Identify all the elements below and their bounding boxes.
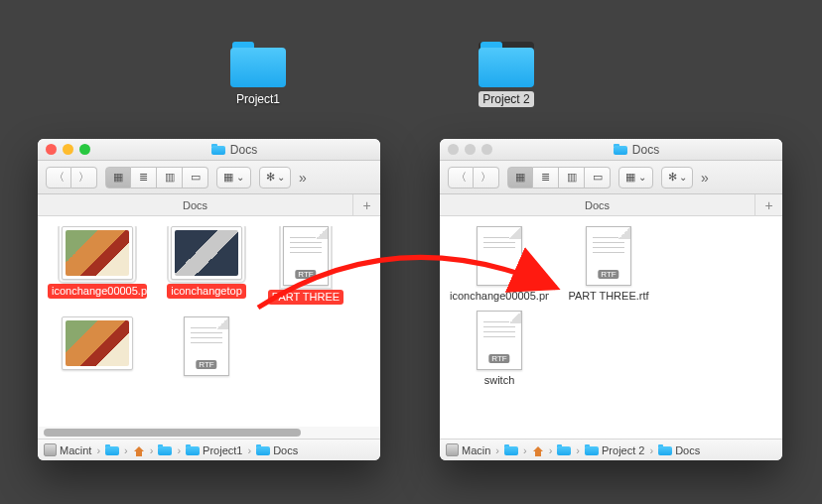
- icon-view-button[interactable]: ▦: [507, 167, 533, 189]
- file-item[interactable]: iconchange00005.png: [450, 226, 549, 303]
- gallery-view-button[interactable]: ▭: [585, 167, 611, 189]
- file-item[interactable]: iconchange00005.png: [48, 226, 147, 305]
- folder-icon: [557, 444, 571, 455]
- arrange-button[interactable]: ▦⌄: [216, 167, 251, 189]
- grid-icon: ▦: [113, 171, 123, 184]
- titlebar[interactable]: Docs: [38, 139, 380, 161]
- back-button[interactable]: 〈: [46, 167, 71, 189]
- list-view-button[interactable]: ≣: [131, 167, 157, 189]
- folder-icon: [256, 444, 270, 455]
- file-browser[interactable]: iconchange00005.png iconchangetop RTF PA…: [38, 216, 380, 439]
- gear-icon: ✻: [668, 171, 677, 184]
- file-label: PART THREE.rtf: [568, 290, 648, 303]
- minimize-icon[interactable]: [63, 144, 73, 155]
- list-view-button[interactable]: ≣: [533, 167, 559, 189]
- chevron-down-icon: ⌄: [277, 172, 285, 183]
- zoom-icon[interactable]: [481, 144, 492, 155]
- file-label: iconchange00005.png: [450, 290, 549, 303]
- chevron-down-icon: ⌄: [638, 172, 646, 183]
- desktop-folder-project2[interactable]: Project 2: [467, 42, 546, 107]
- desktop-folder-project1[interactable]: Project1: [218, 42, 298, 107]
- disk-icon: [44, 443, 57, 456]
- file-item[interactable]: RTF PART THREE: [266, 226, 345, 305]
- document-icon: RTF: [477, 311, 522, 370]
- file-item[interactable]: RTF: [157, 316, 256, 376]
- file-item[interactable]: [48, 316, 147, 376]
- folder-icon: [504, 444, 518, 455]
- new-tab-button[interactable]: +: [754, 194, 782, 215]
- toolbar: 〈 〉 ▦ ≣ ▥ ▭ ▦⌄ ✻⌄ »: [440, 161, 782, 194]
- action-button[interactable]: ✻⌄: [259, 167, 291, 189]
- tab[interactable]: Docs: [440, 199, 754, 211]
- forward-button[interactable]: 〉: [474, 167, 499, 189]
- folder-icon: [230, 42, 286, 87]
- folder-label: Project1: [232, 91, 284, 107]
- chevron-right-icon: 〉: [78, 170, 89, 185]
- image-icon: [66, 230, 129, 276]
- expand-icon[interactable]: »: [299, 170, 307, 186]
- window-title: Docs: [498, 143, 774, 157]
- columns-icon: ▥: [567, 171, 577, 184]
- path-segment[interactable]: Macin›: [446, 443, 501, 456]
- path-segment[interactable]: ›: [133, 444, 156, 456]
- zoom-icon[interactable]: [79, 144, 90, 155]
- folder-icon: [158, 444, 172, 455]
- file-label: switch: [484, 374, 515, 387]
- title-text: Docs: [230, 143, 257, 157]
- grid-icon: ▦: [515, 171, 525, 184]
- minimize-icon[interactable]: [465, 144, 476, 155]
- scrollbar-horizontal[interactable]: [38, 427, 380, 439]
- path-segment[interactable]: ›: [557, 444, 582, 456]
- tab[interactable]: Docs: [38, 199, 352, 211]
- close-icon[interactable]: [46, 144, 57, 155]
- grid-icon: ▦: [625, 171, 635, 184]
- new-tab-button[interactable]: +: [352, 194, 380, 215]
- tab-bar: Docs +: [440, 194, 782, 216]
- path-segment[interactable]: ›: [158, 444, 183, 456]
- titlebar[interactable]: Docs: [440, 139, 782, 161]
- view-switcher: ▦ ≣ ▥ ▭: [105, 167, 208, 189]
- thumbnail: [62, 226, 133, 280]
- scroll-thumb[interactable]: [44, 429, 301, 437]
- file-browser[interactable]: iconchange00005.png RTF PART THREE.rtf R…: [440, 216, 782, 439]
- path-segment[interactable]: ›: [532, 444, 555, 456]
- close-icon[interactable]: [448, 144, 459, 155]
- forward-button[interactable]: 〉: [71, 167, 97, 189]
- gallery-icon: ▭: [593, 171, 603, 184]
- expand-icon[interactable]: »: [701, 170, 709, 186]
- path-segment[interactable]: ›: [504, 444, 529, 456]
- path-segment[interactable]: ›: [105, 444, 130, 456]
- chevron-left-icon: 〈: [456, 170, 467, 185]
- title-text: Docs: [632, 143, 659, 157]
- file-item[interactable]: RTF switch: [450, 311, 549, 387]
- chevron-left-icon: 〈: [54, 170, 65, 185]
- path-segment[interactable]: Project 2›: [585, 444, 655, 456]
- icon-view-button[interactable]: ▦: [105, 167, 131, 189]
- column-view-button[interactable]: ▥: [559, 167, 585, 189]
- path-label: Docs: [675, 444, 700, 456]
- back-button[interactable]: 〈: [448, 167, 474, 189]
- path-segment[interactable]: Project1›: [186, 444, 253, 456]
- path-segment[interactable]: Macint›: [44, 443, 102, 456]
- path-label: Project1: [203, 444, 242, 456]
- folder-icon: [585, 444, 599, 455]
- file-label: iconchangetop: [167, 284, 246, 299]
- chevron-down-icon: ⌄: [236, 172, 244, 183]
- file-item[interactable]: iconchangetop: [157, 226, 256, 305]
- document-icon: RTF: [586, 226, 631, 286]
- gallery-view-button[interactable]: ▭: [183, 167, 208, 189]
- path-segment[interactable]: Docs: [658, 444, 700, 456]
- gear-icon: ✻: [266, 171, 275, 184]
- folder-icon: [479, 42, 534, 87]
- file-item[interactable]: RTF PART THREE.rtf: [559, 226, 658, 303]
- action-button[interactable]: ✻⌄: [661, 167, 693, 189]
- arrange-button[interactable]: ▦⌄: [618, 167, 653, 189]
- folder-icon: [211, 144, 225, 155]
- folder-icon: [658, 444, 672, 455]
- path-label: Macin: [462, 444, 490, 456]
- home-icon: [532, 444, 544, 456]
- image-icon: [66, 320, 129, 366]
- path-segment[interactable]: Docs: [256, 444, 298, 456]
- path-label: Macint: [60, 444, 91, 456]
- column-view-button[interactable]: ▥: [157, 167, 183, 189]
